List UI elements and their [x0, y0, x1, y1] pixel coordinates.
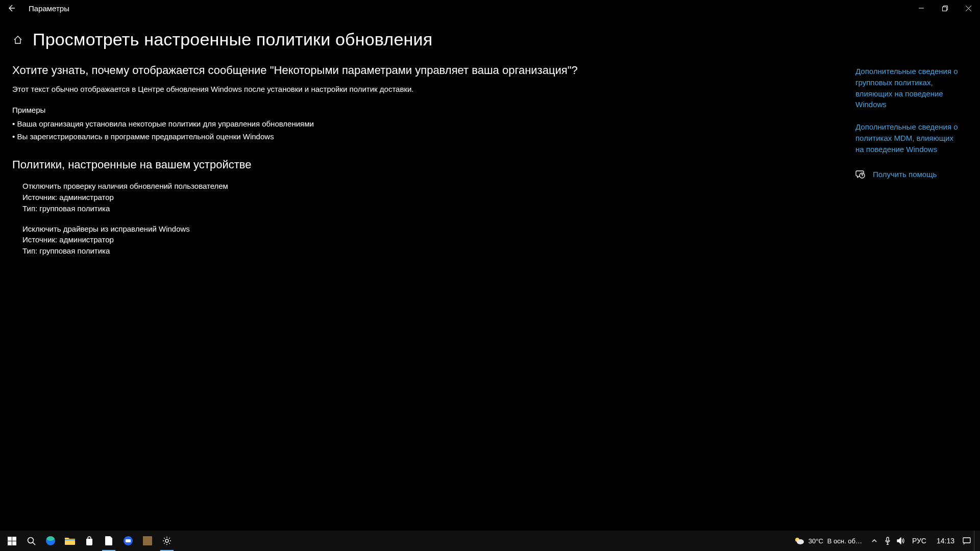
arrow-left-icon — [7, 4, 15, 12]
edge-icon — [45, 536, 56, 546]
svg-point-6 — [28, 537, 33, 543]
titlebar: Параметры — [0, 0, 980, 16]
taskbar-app-notepad[interactable] — [99, 531, 118, 551]
close-icon — [966, 6, 971, 11]
svg-rect-0 — [942, 7, 946, 11]
get-help-link[interactable]: Получить помощь — [873, 170, 937, 179]
policy-source: Источник: администратор — [22, 192, 625, 203]
taskbar-app-explorer[interactable] — [60, 531, 80, 551]
gear-icon — [162, 536, 172, 545]
link-mdm-policies[interactable]: Дополнительные сведения о политиках MDM,… — [855, 121, 960, 155]
start-button[interactable] — [2, 531, 21, 551]
body: Хотите узнать, почему отображается сообщ… — [0, 49, 980, 257]
app-icon — [143, 536, 152, 545]
home-icon — [13, 35, 22, 44]
windows-icon — [8, 537, 16, 545]
folder-icon — [65, 537, 75, 545]
tray-notifications[interactable] — [961, 531, 973, 551]
weather-temp: 30°C — [808, 537, 823, 545]
svg-rect-4 — [8, 541, 12, 545]
policy-source: Источник: администратор — [22, 234, 625, 245]
policy-type: Тип: групповая политика — [22, 245, 625, 257]
document-icon — [105, 536, 113, 545]
svg-rect-16 — [963, 538, 970, 543]
page-title: Просмотреть настроенные политики обновле… — [33, 30, 432, 49]
example-item: Ваша организация установила некоторые по… — [12, 119, 625, 128]
policy-name: Отключить проверку наличия обновлений по… — [22, 181, 625, 192]
svg-rect-11 — [143, 536, 152, 545]
side-column: Дополнительные сведения о групповых поли… — [855, 64, 968, 257]
app-title: Параметры — [29, 4, 69, 13]
main-column: Хотите узнать, почему отображается сообщ… — [12, 64, 625, 257]
taskbar-app-store[interactable] — [80, 531, 99, 551]
home-button[interactable] — [12, 34, 23, 45]
back-button[interactable] — [4, 1, 18, 15]
help-row: Получить помощь — [855, 169, 960, 179]
question-heading: Хотите узнать, почему отображается сообщ… — [12, 64, 625, 77]
tray-overflow[interactable] — [868, 531, 880, 551]
svg-point-14 — [797, 539, 804, 544]
svg-rect-15 — [887, 537, 889, 541]
microphone-icon — [885, 537, 891, 545]
explain-text: Этот текст обычно отображается в Центре … — [12, 84, 625, 94]
taskbar: 30°C В осн. об… РУС 14:13 — [0, 531, 980, 551]
policy-name: Исключить драйверы из исправлений Window… — [22, 223, 625, 235]
search-button[interactable] — [21, 531, 41, 551]
example-item: Вы зарегистрировались в программе предва… — [12, 132, 625, 141]
taskbar-left — [2, 531, 177, 551]
policy-type: Тип: групповая политика — [22, 203, 625, 214]
shopping-bag-icon — [85, 536, 94, 545]
minimize-button[interactable] — [910, 0, 933, 16]
examples-label: Примеры — [12, 106, 625, 114]
search-icon — [27, 537, 36, 545]
svg-rect-2 — [8, 537, 12, 541]
chevron-up-icon — [871, 538, 877, 544]
taskbar-app-chat[interactable] — [118, 531, 138, 551]
policy-item: Исключить драйверы из исправлений Window… — [22, 223, 625, 257]
window-controls — [910, 0, 980, 16]
chat-icon — [123, 536, 133, 546]
link-group-policies[interactable]: Дополнительные сведения о групповых поли… — [855, 66, 960, 110]
notification-icon — [963, 537, 971, 545]
titlebar-left: Параметры — [4, 1, 69, 15]
svg-rect-8 — [65, 539, 75, 540]
weather-widget[interactable]: 30°C В осн. об… — [789, 531, 867, 551]
maximize-icon — [942, 6, 948, 11]
svg-rect-10 — [126, 539, 131, 542]
minimize-icon — [919, 6, 924, 11]
speaker-icon — [897, 537, 905, 544]
tray-volume[interactable] — [895, 531, 907, 551]
svg-rect-3 — [12, 537, 16, 541]
tray-clock[interactable]: 14:13 — [932, 531, 960, 551]
tray-language[interactable]: РУС — [908, 531, 930, 551]
svg-point-12 — [165, 539, 168, 542]
page-header: Просмотреть настроенные политики обновле… — [0, 16, 980, 49]
maximize-button[interactable] — [933, 0, 957, 16]
policy-item: Отключить проверку наличия обновлений по… — [22, 181, 625, 214]
policies-heading: Политики, настроенные на вашем устройств… — [12, 158, 625, 171]
taskbar-app-settings[interactable] — [157, 531, 177, 551]
weather-icon — [794, 537, 804, 545]
weather-text: В осн. об… — [827, 537, 862, 545]
taskbar-right: 30°C В осн. об… РУС 14:13 — [789, 531, 978, 551]
tray-microphone[interactable] — [881, 531, 894, 551]
policies-section: Политики, настроенные на вашем устройств… — [12, 158, 625, 257]
show-desktop-button[interactable] — [974, 531, 977, 551]
taskbar-app-edge[interactable] — [41, 531, 60, 551]
help-icon — [855, 169, 866, 179]
taskbar-app-generic[interactable] — [138, 531, 157, 551]
close-button[interactable] — [957, 0, 980, 16]
svg-rect-5 — [12, 541, 16, 545]
